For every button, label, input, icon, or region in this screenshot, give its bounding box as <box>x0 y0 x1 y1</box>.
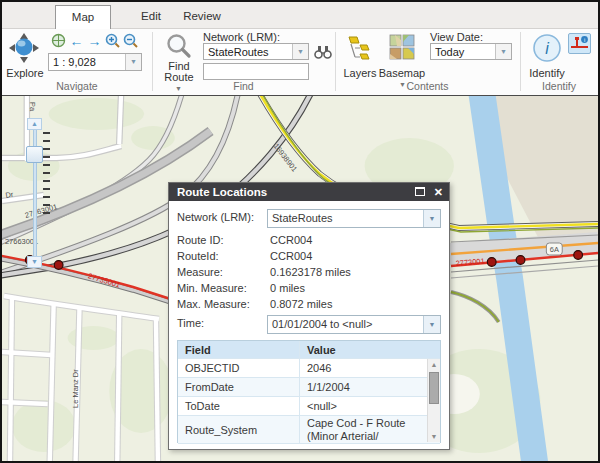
cell-field: OBJECTID <box>178 359 300 377</box>
network-lrm-label: Network (LRM): <box>203 31 280 43</box>
cell-value: Cape Cod - F Route (Minor Arterial/ Coll… <box>300 416 415 443</box>
field-label-network: Network (LRM): <box>177 211 254 223</box>
network-lrm-value: StateRoutes <box>272 210 420 227</box>
time-value: 01/01/2004 to <null> <box>272 316 420 333</box>
explore-icon[interactable] <box>8 32 40 64</box>
chevron-down-icon[interactable]: ▼ <box>495 44 511 59</box>
chevron-down-icon[interactable]: ▼ <box>423 316 440 333</box>
field-value: CCR004 <box>270 250 312 262</box>
column-header-value[interactable]: Value <box>300 341 428 358</box>
scroll-down-icon[interactable]: ▼ <box>428 431 440 442</box>
field-row-route-id: Route ID: CCR004 <box>177 232 441 248</box>
close-icon[interactable]: ✕ <box>434 184 443 200</box>
tab-edit[interactable]: Edit <box>127 5 175 29</box>
identify-icon[interactable]: i <box>531 32 563 64</box>
slider-handle[interactable] <box>26 146 43 163</box>
zoom-in-icon[interactable] <box>104 33 121 50</box>
street-label-pa: Pa <box>28 102 37 112</box>
view-date-label: View Date: <box>430 31 483 43</box>
slider-ticks <box>43 132 50 220</box>
layers-button[interactable]: Layers <box>338 67 382 79</box>
field-label: Max. Measure: <box>177 296 267 312</box>
table-row[interactable]: Route_System Cape Cod - F Route (Minor A… <box>178 416 440 444</box>
cell-field: FromDate <box>178 378 300 396</box>
group-label-identify: Identify <box>520 80 598 92</box>
street-label-lemanz: Le Manz Dr <box>72 369 81 408</box>
full-extent-icon[interactable] <box>50 33 67 50</box>
table-row[interactable]: OBJECTID 2046 <box>178 359 440 378</box>
layers-icon[interactable] <box>346 34 374 62</box>
time-combo[interactable]: 01/01/2004 to <null> ▼ <box>267 315 441 334</box>
table-row[interactable]: FromDate 1/1/2004 <box>178 378 440 397</box>
binoculars-icon[interactable] <box>314 44 332 60</box>
find-route-icon[interactable] <box>166 33 192 59</box>
identify-route-locations-tool[interactable]: i <box>568 33 591 54</box>
scale-combo[interactable]: 1 : 9,028 ▼ <box>48 53 142 71</box>
group-label-navigate: Navigate <box>2 80 152 92</box>
svg-text:i: i <box>545 40 549 57</box>
field-label-time: Time: <box>177 317 204 329</box>
scroll-thumb[interactable] <box>429 372 439 404</box>
field-label: RouteId: <box>177 248 267 264</box>
application-window: Map Edit Review Explore ← → <box>0 0 600 463</box>
field-label: Route ID: <box>177 232 267 248</box>
scroll-up-icon[interactable]: ▲ <box>428 359 440 370</box>
field-value: 0 miles <box>270 282 305 294</box>
route-locations-dialog: Route Locations ✕ Network (LRM): StateRo… <box>168 182 450 450</box>
dialog-title: Route Locations <box>177 186 267 198</box>
svg-text:6A: 6A <box>550 245 559 254</box>
field-row-min-measure: Min. Measure: 0 miles <box>177 280 441 296</box>
cell-field: ToDate <box>178 397 300 415</box>
network-combo[interactable]: StateRoutes ▼ <box>203 43 309 60</box>
field-row-routeid: RouteId: CCR004 <box>177 248 441 264</box>
group-label-contents: Contents <box>335 80 520 92</box>
zoom-out-icon[interactable] <box>122 33 139 50</box>
table-row[interactable]: ToDate <null> <box>178 397 440 416</box>
explore-button[interactable]: Explore <box>2 67 48 79</box>
column-header-field[interactable]: Field <box>178 341 300 358</box>
network-lrm-combo[interactable]: StateRoutes ▼ <box>267 209 441 228</box>
table-header-row: Field Value <box>178 341 440 359</box>
map-range-slider[interactable]: ▲ ▼ <box>24 118 46 268</box>
identify-route-icon: i <box>569 34 590 53</box>
chevron-down-icon[interactable]: ▼ <box>292 44 308 59</box>
ribbon-tab-bar: Map Edit Review <box>2 2 598 29</box>
chevron-down-icon[interactable]: ▼ <box>423 210 440 227</box>
group-label-find: Find <box>152 80 335 92</box>
field-label: Measure: <box>177 264 267 280</box>
identify-button[interactable]: Identify <box>522 67 572 79</box>
maximize-icon[interactable] <box>415 187 425 196</box>
route-input[interactable] <box>203 63 309 80</box>
field-value: 0.8072 miles <box>270 298 332 310</box>
forward-arrow-icon[interactable]: → <box>86 33 103 50</box>
cell-value: 1/1/2004 <box>300 378 428 396</box>
tab-review[interactable]: Review <box>175 5 229 29</box>
field-row-measure: Measure: 0.1623178 miles <box>177 264 441 280</box>
cell-value: 2046 <box>300 359 428 377</box>
network-value: StateRoutes <box>208 44 290 60</box>
field-label: Min. Measure: <box>177 280 267 296</box>
field-value: 0.1623178 miles <box>270 266 351 278</box>
basemap-button[interactable]: Basemap <box>378 67 426 79</box>
attributes-table: Field Value OBJECTID 2046 FromDate 1/1/2… <box>177 340 441 443</box>
slider-down-button[interactable]: ▼ <box>27 256 42 268</box>
back-arrow-icon[interactable]: ← <box>68 33 85 50</box>
cell-value: <null> <box>300 397 428 415</box>
route-shield-6a: 6A <box>546 243 562 255</box>
cell-field: Route_System <box>178 416 300 443</box>
view-date-combo[interactable]: Today ▼ <box>430 43 512 60</box>
dialog-title-bar[interactable]: Route Locations ✕ <box>169 183 449 201</box>
field-row-max-measure: Max. Measure: 0.8072 miles <box>177 296 441 312</box>
field-value: CCR004 <box>270 234 312 246</box>
slider-up-button[interactable]: ▲ <box>27 118 42 130</box>
dialog-body: Network (LRM): StateRoutes ▼ Route ID: C… <box>169 201 449 449</box>
ribbon: Explore ← → 1 : 9,028 ▼ Navigate Find Ro… <box>2 29 598 95</box>
scale-value: 1 : 9,028 <box>53 54 123 70</box>
view-date-value: Today <box>435 44 493 60</box>
svg-text:i: i <box>584 37 585 43</box>
table-scrollbar[interactable]: ▲ ▼ <box>427 359 440 442</box>
chevron-down-icon[interactable]: ▼ <box>125 54 141 70</box>
tab-map[interactable]: Map <box>55 5 111 29</box>
map-view[interactable]: 6A 16938901 27663001 27663001 Pa Dr Le M… <box>2 95 598 461</box>
basemap-icon[interactable] <box>389 34 415 60</box>
